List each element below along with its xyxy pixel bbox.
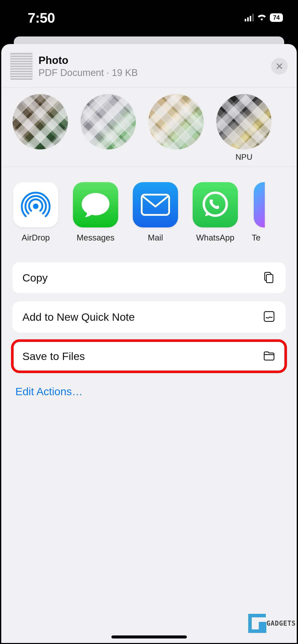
- app-airdrop[interactable]: AirDrop: [12, 182, 59, 243]
- status-bar: 7:50 74: [0, 0, 298, 35]
- item-thumbnail: [10, 53, 32, 80]
- actions-list: Copy Add to New Quick Note Save to Files: [1, 251, 297, 403]
- action-label: Add to New Quick Note: [22, 311, 135, 323]
- contact-avatar: [216, 94, 272, 149]
- share-header: Photo PDF Document · 19 KB: [1, 44, 297, 88]
- battery-indicator: 74: [270, 13, 283, 22]
- messages-icon: [73, 182, 118, 227]
- item-subtitle: PDF Document · 19 KB: [38, 67, 271, 78]
- contact-item[interactable]: NPU: [212, 94, 275, 167]
- action-group: Add to New Quick Note: [12, 301, 286, 333]
- action-quick-note[interactable]: Add to New Quick Note: [12, 301, 286, 333]
- contacts-row[interactable]: NPU: [1, 88, 297, 167]
- action-group-highlighted: Save to Files: [12, 341, 286, 372]
- quick-note-icon: [263, 310, 276, 324]
- airdrop-icon: [13, 182, 58, 227]
- app-mail[interactable]: Mail: [132, 182, 179, 243]
- whatsapp-icon: [193, 182, 238, 227]
- contact-avatar: [80, 94, 136, 149]
- action-group: Copy: [12, 262, 286, 293]
- app-label: Mail: [132, 233, 179, 243]
- status-time: 7:50: [28, 10, 55, 26]
- status-right: 74: [245, 13, 283, 22]
- close-button[interactable]: [271, 58, 288, 74]
- contact-item[interactable]: [145, 94, 207, 167]
- contact-avatar: [13, 94, 68, 149]
- share-sheet: Photo PDF Document · 19 KB: [1, 44, 297, 643]
- copy-icon: [263, 271, 276, 285]
- app-label: Messages: [72, 233, 119, 243]
- contact-item[interactable]: [9, 94, 72, 167]
- home-indicator[interactable]: [111, 635, 187, 638]
- app-telegram[interactable]: Te: [252, 182, 267, 243]
- svg-rect-4: [264, 312, 274, 321]
- wifi-icon: [257, 13, 266, 22]
- svg-rect-3: [266, 274, 273, 283]
- cellular-icon: [245, 14, 254, 21]
- app-label: AirDrop: [12, 233, 59, 243]
- action-label: Copy: [22, 272, 48, 284]
- watermark: GADGETS: [248, 614, 296, 633]
- contact-avatar: [148, 94, 204, 149]
- edit-actions-link[interactable]: Edit Actions…: [12, 380, 286, 403]
- item-title: Photo: [38, 54, 271, 66]
- app-whatsapp[interactable]: WhatsApp: [192, 182, 239, 243]
- action-copy[interactable]: Copy: [12, 262, 286, 293]
- device-frame: 7:50 74 Photo PDF Document · 19 KB: [0, 0, 298, 644]
- app-messages[interactable]: Messages: [72, 182, 119, 243]
- action-label: Save to Files: [22, 350, 85, 363]
- contact-name: NPU: [212, 152, 275, 162]
- watermark-text: GADGETS: [266, 620, 296, 627]
- folder-icon: [263, 349, 276, 363]
- contact-item[interactable]: [77, 94, 140, 167]
- item-info: Photo PDF Document · 19 KB: [38, 54, 271, 78]
- svg-point-0: [34, 205, 37, 208]
- app-label: Te: [252, 233, 267, 243]
- close-icon: [276, 62, 283, 70]
- action-save-to-files[interactable]: Save to Files: [12, 341, 286, 372]
- telegram-icon: [254, 182, 265, 227]
- apps-row[interactable]: AirDrop Messages Mail WhatsApp: [1, 167, 297, 251]
- mail-icon: [133, 182, 178, 227]
- app-label: WhatsApp: [192, 233, 239, 243]
- watermark-logo: [248, 614, 266, 633]
